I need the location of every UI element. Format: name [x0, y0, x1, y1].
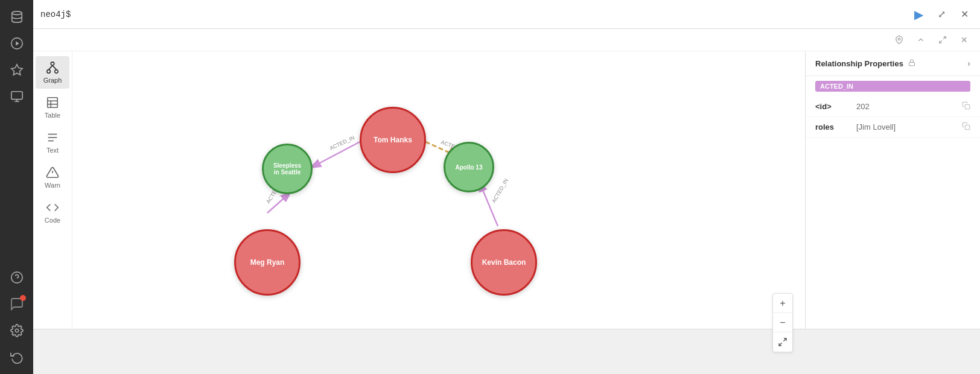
top-run-button[interactable]: ▶ [910, 6, 927, 23]
sidebar-icon-help[interactable] [5, 265, 29, 290]
svg-point-9 [15, 329, 19, 332]
copy-roles-icon[interactable] [962, 122, 970, 132]
view-mode-graph-label: Graph [43, 77, 62, 84]
svg-rect-18 [48, 98, 58, 108]
node-sleepless-in-seattle[interactable]: Sleeplessin Seattle [262, 144, 313, 194]
svg-point-10 [898, 38, 900, 40]
sidebar-icon-chat-error[interactable] [5, 292, 29, 316]
view-mode-warn[interactable]: Warn [36, 161, 69, 194]
zoom-controls: + − [772, 293, 793, 352]
top-bar-input[interactable] [40, 10, 910, 19]
property-value-id: 202 [856, 102, 957, 111]
svg-rect-4 [11, 92, 22, 100]
expand-full-button[interactable] [934, 31, 951, 48]
svg-line-17 [52, 65, 56, 69]
svg-line-16 [49, 65, 52, 69]
svg-line-30 [480, 183, 498, 226]
node-tom-hanks[interactable]: Tom Hanks [360, 107, 426, 173]
sidebar-icon-play[interactable] [5, 31, 29, 55]
lock-icon [908, 59, 915, 68]
collapse-up-button[interactable] [912, 31, 929, 48]
top-close-button[interactable]: ✕ [956, 6, 973, 23]
copy-id-icon[interactable] [962, 101, 970, 112]
properties-header: Relationship Properties › [806, 51, 980, 76]
top-bar-actions: ▶ ⤢ ✕ [910, 6, 973, 23]
view-mode-table[interactable]: Table [36, 91, 69, 124]
top-expand-button[interactable]: ⤢ [933, 6, 950, 23]
sidebar [0, 0, 33, 374]
node-apollo-13[interactable]: Apollo 13 [444, 142, 494, 192]
query-top-bar: ✕ [33, 29, 980, 51]
query-panel: ✕ Graph [33, 29, 980, 329]
pin-button[interactable] [891, 31, 908, 48]
svg-text:ACTED_IN: ACTED_IN [329, 135, 356, 151]
properties-panel: Relationship Properties › ACTED_IN <id> … [805, 51, 980, 329]
svg-marker-2 [16, 41, 19, 45]
svg-line-11 [943, 37, 946, 39]
view-mode-code-label: Code [45, 217, 60, 224]
svg-line-38 [783, 338, 786, 341]
svg-point-0 [11, 11, 22, 15]
view-mode-code[interactable]: Code [36, 196, 69, 229]
properties-header-left: Relationship Properties [815, 59, 915, 68]
svg-line-39 [779, 343, 782, 346]
svg-line-12 [940, 40, 942, 43]
zoom-out-button[interactable]: − [773, 313, 792, 332]
svg-line-29 [267, 193, 290, 213]
svg-rect-37 [965, 125, 970, 130]
property-key-roles: roles [815, 122, 851, 132]
query-content: Graph Table [33, 51, 980, 329]
svg-point-15 [55, 70, 59, 74]
graph-canvas[interactable]: ACTED_IN ACTED_IN ACTED_IN ACTED_IN Tom … [72, 51, 805, 329]
graph-svg: ACTED_IN ACTED_IN ACTED_IN ACTED_IN [72, 51, 805, 329]
svg-text:ACTED_IN: ACTED_IN [491, 177, 509, 204]
properties-title: Relationship Properties [815, 59, 903, 68]
sidebar-icon-update[interactable] [5, 345, 29, 369]
zoom-fit-button[interactable] [773, 332, 792, 352]
svg-marker-3 [11, 65, 22, 75]
sidebar-icon-database[interactable] [5, 5, 29, 29]
top-bar: ▶ ⤢ ✕ [33, 0, 980, 29]
zoom-in-button[interactable]: + [773, 294, 792, 313]
property-key-id: <id> [815, 102, 851, 111]
main-area: ▶ ⤢ ✕ ✕ [33, 0, 980, 374]
svg-point-13 [51, 62, 54, 66]
svg-point-14 [47, 70, 51, 74]
node-kevin-bacon[interactable]: Kevin Bacon [471, 229, 537, 296]
view-mode-graph[interactable]: Graph [36, 56, 69, 89]
query-close-button[interactable]: ✕ [956, 31, 973, 48]
svg-line-27 [312, 139, 366, 167]
property-row-roles: roles [Jim Lovell] [806, 117, 980, 138]
property-row-id: <id> 202 [806, 97, 980, 117]
view-mode-table-label: Table [45, 112, 60, 119]
view-mode-text[interactable]: Text [36, 126, 69, 159]
sidebar-icon-settings[interactable] [5, 319, 29, 343]
svg-point-7 [11, 272, 22, 283]
chevron-right-icon[interactable]: › [967, 59, 970, 68]
badge-acted-in[interactable]: ACTED_IN [815, 81, 970, 92]
svg-rect-36 [965, 104, 970, 109]
node-meg-ryan[interactable]: Meg Ryan [234, 229, 301, 296]
property-value-roles: [Jim Lovell] [856, 122, 957, 132]
sidebar-icon-star[interactable] [5, 58, 29, 82]
view-mode-warn-label: Warn [45, 182, 60, 189]
view-mode-text-label: Text [46, 147, 59, 154]
sidebar-icon-monitor[interactable] [5, 84, 29, 109]
svg-rect-35 [909, 62, 914, 66]
view-modes: Graph Table [33, 51, 72, 329]
